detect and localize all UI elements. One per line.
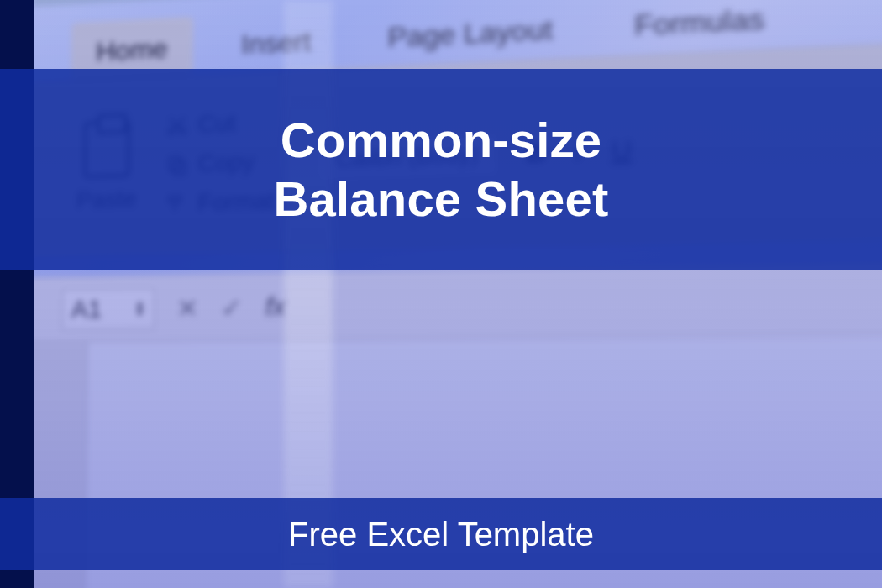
name-box-stepper-icon[interactable]: ▲▼	[134, 300, 145, 317]
title-band: Common-size Balance Sheet	[0, 69, 882, 270]
formula-bar: A1 ▲▼ ✕ ✓ fx	[29, 260, 882, 343]
tab-formulas[interactable]: Formulas	[606, 0, 795, 56]
stage: Excel File Edit View Insert Format Home …	[0, 0, 882, 588]
tab-page-layout[interactable]: Page Layout	[360, 0, 581, 67]
name-box-value: A1	[71, 295, 102, 324]
subtitle-band: Free Excel Template	[0, 498, 882, 570]
title-line-1: Common-size	[281, 111, 601, 170]
cancel-formula-icon[interactable]: ✕	[176, 292, 198, 323]
title-line-2: Balance Sheet	[273, 170, 608, 228]
name-box[interactable]: A1 ▲▼	[62, 288, 155, 330]
enter-formula-icon[interactable]: ✓	[221, 292, 243, 323]
fx-icon[interactable]: fx	[265, 291, 286, 322]
subtitle-text: Free Excel Template	[288, 516, 594, 554]
tab-insert[interactable]: Insert	[215, 9, 338, 74]
